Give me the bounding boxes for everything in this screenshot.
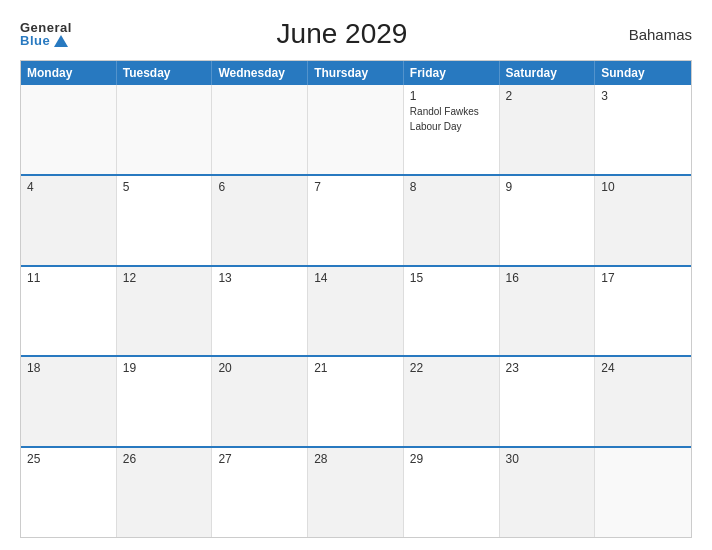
- logo-triangle-icon: [54, 35, 68, 47]
- cal-cell: 12: [117, 267, 213, 356]
- cal-cell: 5: [117, 176, 213, 265]
- day-number: 24: [601, 361, 685, 375]
- cal-header-sunday: Sunday: [595, 61, 691, 85]
- cal-header-wednesday: Wednesday: [212, 61, 308, 85]
- cal-header-saturday: Saturday: [500, 61, 596, 85]
- cal-cell: 1Randol FawkesLabour Day: [404, 85, 500, 174]
- cal-cell: [308, 85, 404, 174]
- cal-header-thursday: Thursday: [308, 61, 404, 85]
- cal-cell: 17: [595, 267, 691, 356]
- cal-cell: 30: [500, 448, 596, 537]
- cal-cell: 25: [21, 448, 117, 537]
- day-number: 4: [27, 180, 110, 194]
- day-number: 17: [601, 271, 685, 285]
- day-number: 26: [123, 452, 206, 466]
- day-number: 22: [410, 361, 493, 375]
- cal-cell: 15: [404, 267, 500, 356]
- calendar-header: MondayTuesdayWednesdayThursdayFridaySatu…: [21, 61, 691, 85]
- cal-cell: 21: [308, 357, 404, 446]
- event-label: Randol Fawkes: [410, 105, 493, 118]
- cal-cell: 4: [21, 176, 117, 265]
- day-number: 10: [601, 180, 685, 194]
- day-number: 11: [27, 271, 110, 285]
- cal-cell: 22: [404, 357, 500, 446]
- cal-week-4: 252627282930: [21, 446, 691, 537]
- cal-cell: 8: [404, 176, 500, 265]
- cal-week-3: 18192021222324: [21, 355, 691, 446]
- page: General Blue June 2029 Bahamas MondayTue…: [0, 0, 712, 550]
- calendar-title: June 2029: [72, 18, 612, 50]
- cal-cell: 6: [212, 176, 308, 265]
- cal-cell: 24: [595, 357, 691, 446]
- header: General Blue June 2029 Bahamas: [20, 18, 692, 50]
- cal-cell: 26: [117, 448, 213, 537]
- day-number: 15: [410, 271, 493, 285]
- cal-cell: 29: [404, 448, 500, 537]
- day-number: 1: [410, 89, 493, 103]
- cal-header-friday: Friday: [404, 61, 500, 85]
- cal-week-0: 1Randol FawkesLabour Day23: [21, 85, 691, 174]
- cal-header-tuesday: Tuesday: [117, 61, 213, 85]
- day-number: 25: [27, 452, 110, 466]
- day-number: 28: [314, 452, 397, 466]
- day-number: 29: [410, 452, 493, 466]
- day-number: 9: [506, 180, 589, 194]
- cal-cell: 10: [595, 176, 691, 265]
- cal-week-2: 11121314151617: [21, 265, 691, 356]
- cal-week-1: 45678910: [21, 174, 691, 265]
- cal-cell: [117, 85, 213, 174]
- day-number: 19: [123, 361, 206, 375]
- day-number: 16: [506, 271, 589, 285]
- cal-cell: 7: [308, 176, 404, 265]
- cal-cell: 27: [212, 448, 308, 537]
- day-number: 2: [506, 89, 589, 103]
- cal-cell: 2: [500, 85, 596, 174]
- logo: General Blue: [20, 21, 72, 47]
- cal-cell: 18: [21, 357, 117, 446]
- day-number: 6: [218, 180, 301, 194]
- cal-cell: 11: [21, 267, 117, 356]
- day-number: 3: [601, 89, 685, 103]
- day-number: 14: [314, 271, 397, 285]
- cal-cell: [595, 448, 691, 537]
- cal-cell: 20: [212, 357, 308, 446]
- cal-cell: 23: [500, 357, 596, 446]
- cal-cell: 9: [500, 176, 596, 265]
- day-number: 21: [314, 361, 397, 375]
- calendar: MondayTuesdayWednesdayThursdayFridaySatu…: [20, 60, 692, 538]
- cal-cell: 13: [212, 267, 308, 356]
- cal-cell: [21, 85, 117, 174]
- cal-cell: 16: [500, 267, 596, 356]
- cal-cell: 14: [308, 267, 404, 356]
- event-label: Labour Day: [410, 120, 493, 133]
- day-number: 5: [123, 180, 206, 194]
- day-number: 20: [218, 361, 301, 375]
- calendar-body: 1Randol FawkesLabour Day2345678910111213…: [21, 85, 691, 537]
- day-number: 27: [218, 452, 301, 466]
- day-number: 23: [506, 361, 589, 375]
- cal-cell: 3: [595, 85, 691, 174]
- cal-cell: [212, 85, 308, 174]
- country-label: Bahamas: [612, 26, 692, 43]
- cal-cell: 28: [308, 448, 404, 537]
- day-number: 18: [27, 361, 110, 375]
- day-number: 8: [410, 180, 493, 194]
- cal-header-monday: Monday: [21, 61, 117, 85]
- day-number: 30: [506, 452, 589, 466]
- day-number: 7: [314, 180, 397, 194]
- logo-blue-text: Blue: [20, 34, 72, 47]
- day-number: 12: [123, 271, 206, 285]
- day-number: 13: [218, 271, 301, 285]
- cal-cell: 19: [117, 357, 213, 446]
